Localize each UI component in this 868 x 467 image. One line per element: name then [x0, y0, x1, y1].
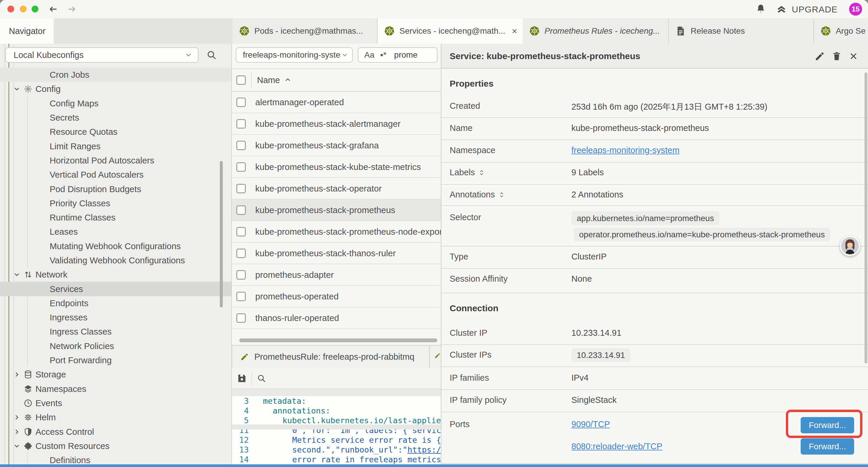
- notifications-bell-icon[interactable]: [756, 4, 766, 14]
- table-row[interactable]: alertmanager-operated: [232, 92, 441, 113]
- back-icon[interactable]: [48, 4, 58, 14]
- sidebar-item[interactable]: Vertical Pod Autoscalers: [0, 168, 231, 182]
- sidebar-item[interactable]: Resource Quotas: [0, 125, 231, 139]
- name-column-header[interactable]: Name: [257, 76, 280, 85]
- row-checkbox[interactable]: [236, 119, 246, 128]
- sidebar-item[interactable]: Validating Webhook Configurations: [0, 253, 231, 267]
- row-checkbox[interactable]: [236, 205, 246, 215]
- row-checkbox[interactable]: [236, 97, 246, 107]
- table-row[interactable]: kube-prometheus-stack-kube-state-metrics: [232, 156, 441, 178]
- sidebar-item[interactable]: Horizontal Pod Autoscalers: [0, 153, 231, 168]
- none-icon[interactable]: [13, 385, 24, 393]
- chev-down-icon[interactable]: [13, 271, 24, 279]
- forward-button[interactable]: Forward...: [801, 438, 854, 455]
- chev-down-icon[interactable]: [13, 442, 24, 450]
- sidebar-item[interactable]: Config: [0, 82, 231, 96]
- regex-toggle[interactable]: ▪*: [380, 50, 386, 60]
- sidebar-item[interactable]: Leases: [0, 225, 231, 239]
- minimize-window-button[interactable]: [20, 6, 27, 12]
- row-checkbox[interactable]: [236, 184, 246, 193]
- notification-count-badge[interactable]: 15: [849, 3, 862, 16]
- close-tab-icon[interactable]: ×: [512, 26, 517, 37]
- row-checkbox[interactable]: [236, 141, 246, 150]
- table-row[interactable]: kube-prometheus-stack-grafana: [232, 135, 441, 156]
- edit-pencil-icon[interactable]: [814, 51, 825, 61]
- sidebar-item[interactable]: Ingress Classes: [0, 324, 231, 339]
- sidebar-item[interactable]: Mutating Webhook Configurations: [0, 239, 231, 253]
- search-icon[interactable]: [206, 50, 217, 60]
- sort-asc-icon[interactable]: [284, 76, 291, 84]
- none-icon[interactable]: [13, 399, 24, 407]
- sidebar-item[interactable]: Port Forwarding: [0, 353, 231, 368]
- sidebar-scrollbar[interactable]: [220, 161, 223, 308]
- tab[interactable]: Release Notes: [669, 18, 814, 44]
- sidebar-item[interactable]: Helm: [0, 410, 231, 425]
- match-case-toggle[interactable]: Aa: [364, 50, 374, 60]
- row-checkbox[interactable]: [236, 270, 246, 280]
- table-row[interactable]: thanos-ruler-operated: [232, 308, 441, 329]
- editor-tab-partial[interactable]: [430, 346, 441, 368]
- sidebar-item[interactable]: Endpoints: [0, 296, 231, 310]
- chev-right-icon[interactable]: [13, 428, 24, 436]
- table-row[interactable]: kube-prometheus-stack-alertmanager: [232, 113, 441, 135]
- editor-tab[interactable]: PrometheusRule: freeleaps-prod-rabbitmq: [232, 346, 430, 368]
- sidebar-item[interactable]: Config Maps: [0, 96, 231, 111]
- row-checkbox[interactable]: [236, 313, 246, 323]
- chev-right-icon[interactable]: [13, 371, 24, 378]
- namespace-select[interactable]: freeleaps-monitoring-system: [236, 47, 353, 63]
- sidebar-item[interactable]: Pod Disruption Budgets: [0, 182, 231, 196]
- horizontal-scrollbar[interactable]: [239, 339, 437, 342]
- sidebar-item[interactable]: Secrets: [0, 111, 231, 125]
- chev-right-icon[interactable]: [13, 413, 24, 421]
- delete-trash-icon[interactable]: [831, 51, 842, 61]
- table-row[interactable]: kube-prometheus-stack-thanos-ruler: [232, 243, 441, 264]
- tab[interactable]: Pods - icecheng@mathmas...: [232, 18, 378, 44]
- editor-search-icon[interactable]: [257, 374, 266, 383]
- tab[interactable]: Argo Se: [814, 18, 868, 44]
- sidebar-item[interactable]: Ingresses: [0, 310, 231, 324]
- close-icon[interactable]: ×: [850, 48, 857, 64]
- port-link[interactable]: 9090/TCP: [571, 419, 610, 429]
- sidebar-item[interactable]: Limit Ranges: [0, 139, 231, 153]
- table-row[interactable]: kube-prometheus-stack-prometheus: [232, 200, 441, 221]
- namespace-link[interactable]: freeleaps-monitoring-system: [571, 145, 680, 155]
- upgrade-button[interactable]: UPGRADE: [792, 4, 838, 14]
- sidebar-item[interactable]: Access Control: [0, 425, 231, 439]
- filter-input[interactable]: Aa ▪* prome: [358, 47, 438, 63]
- port-link[interactable]: 8080:reloader-web/TCP: [571, 442, 662, 451]
- row-checkbox[interactable]: [236, 249, 246, 258]
- upgrade-icon[interactable]: [776, 4, 787, 15]
- sidebar-item[interactable]: Network Policies: [0, 339, 231, 353]
- select-all-checkbox[interactable]: [236, 76, 246, 85]
- sidebar-item[interactable]: Cron Jobs: [0, 68, 231, 82]
- chev-down-icon[interactable]: [13, 85, 24, 93]
- sidebar-item[interactable]: Storage: [0, 368, 231, 382]
- expand-collapse-icon[interactable]: [498, 191, 505, 199]
- forward-icon[interactable]: [67, 4, 77, 14]
- expand-collapse-icon[interactable]: [478, 169, 486, 176]
- kubeconfig-select[interactable]: Local Kubeconfigs: [5, 47, 198, 63]
- table-row[interactable]: kube-prometheus-stack-prometheus-node-ex…: [232, 221, 441, 243]
- detail-scrollbar[interactable]: [864, 72, 867, 363]
- sidebar-item[interactable]: Namespaces: [0, 382, 231, 396]
- row-checkbox[interactable]: [236, 292, 246, 301]
- tab[interactable]: Services - icecheng@math... ×: [378, 18, 523, 44]
- sidebar-item[interactable]: Priority Classes: [0, 196, 231, 210]
- sidebar-item[interactable]: Custom Resources: [0, 439, 231, 453]
- table-row[interactable]: prometheus-operated: [232, 286, 441, 308]
- zoom-window-button[interactable]: [32, 6, 38, 12]
- sidebar-item[interactable]: Events: [0, 396, 231, 410]
- table-row[interactable]: kube-prometheus-stack-operator: [232, 178, 441, 200]
- row-checkbox[interactable]: [236, 227, 246, 236]
- navigator-tab[interactable]: Navigator: [0, 18, 54, 44]
- yaml-editor[interactable]: 3 metadata: 4 annotations: 5 kubectl.kub…: [232, 396, 441, 467]
- table-row[interactable]: prometheus-adapter: [232, 264, 441, 286]
- sidebar-item[interactable]: Services: [0, 282, 231, 296]
- tab[interactable]: Prometheus Rules - icecheng...: [523, 18, 669, 44]
- close-window-button[interactable]: [7, 6, 14, 12]
- user-avatar[interactable]: [840, 236, 860, 256]
- sidebar-item[interactable]: Runtime Classes: [0, 210, 231, 225]
- sidebar-item[interactable]: Network: [0, 267, 231, 282]
- save-icon[interactable]: [237, 373, 247, 383]
- row-checkbox[interactable]: [236, 162, 246, 172]
